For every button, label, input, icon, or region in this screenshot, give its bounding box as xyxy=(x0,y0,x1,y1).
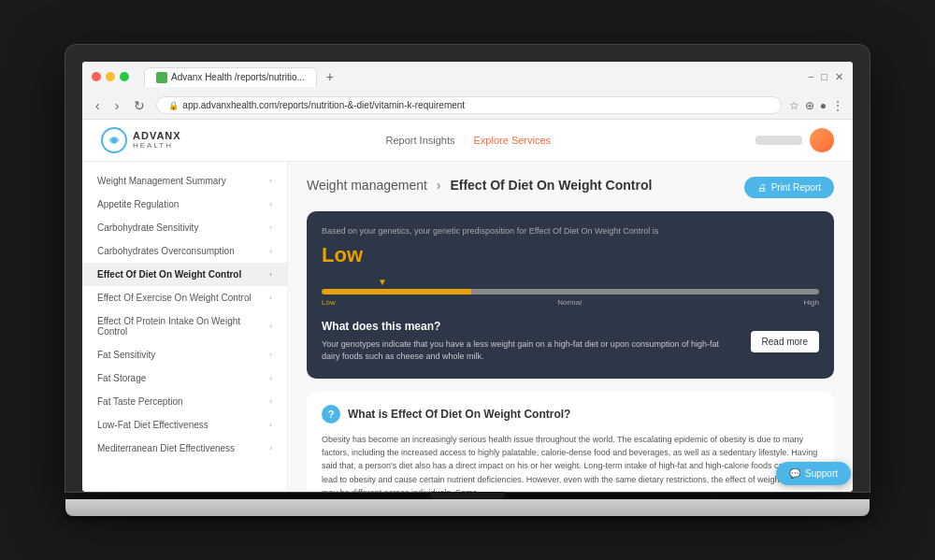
breadcrumb-parent: Weight management xyxy=(307,178,427,193)
app-header: ADVANX HEALTH Report Insights Explore Se… xyxy=(82,120,853,162)
sidebar-item-carbohydrates-overconsumption[interactable]: Carbohydrates Overconsumption › xyxy=(82,239,287,263)
toolbar-icons: ☆ ⊕ ● ⋮ xyxy=(789,99,843,112)
chevron-icon-10: › xyxy=(269,421,272,429)
info-section: ? What is Effect Of Diet On Weight Contr… xyxy=(307,392,834,492)
refresh-button[interactable]: ↻ xyxy=(130,96,149,115)
user-name xyxy=(755,136,802,145)
lock-icon: 🔒 xyxy=(168,101,179,110)
nav-explore-services[interactable]: Explore Services xyxy=(474,135,552,146)
breadcrumb-current: Effect Of Diet On Weight Control xyxy=(450,178,652,193)
user-icon[interactable]: ● xyxy=(820,99,827,112)
close-button[interactable] xyxy=(92,72,101,81)
sidebar-item-fat-sensitivity[interactable]: Fat Sensitivity › xyxy=(82,343,287,366)
read-more-button[interactable]: Read more xyxy=(751,331,819,352)
maximize-button[interactable] xyxy=(120,72,129,81)
sidebar-item-effect-exercise[interactable]: Effect Of Exercise On Weight Control › xyxy=(82,286,287,309)
predisposition-value: Low xyxy=(322,243,819,267)
browser-chrome: Advanx Health /reports/nutritio... + − □… xyxy=(82,62,853,120)
window-restore-icon[interactable]: □ xyxy=(821,71,827,82)
chevron-icon-7: › xyxy=(269,351,272,359)
sidebar-item-weight-management[interactable]: Weight Management Summary › xyxy=(82,169,287,193)
info-header: ? What is Effect Of Diet On Weight Contr… xyxy=(322,405,819,424)
scale-container: ▼ Low Normal High xyxy=(322,277,819,307)
logo-icon xyxy=(101,127,127,153)
chevron-icon-1: › xyxy=(269,200,272,208)
window-minimize-icon[interactable]: − xyxy=(808,71,813,82)
chevron-icon-6: › xyxy=(269,322,272,330)
scale-labels: Low Normal High xyxy=(322,298,819,307)
chevron-icon-8: › xyxy=(269,374,272,382)
main-content: Weight Management Summary › Appetite Reg… xyxy=(82,162,853,492)
chevron-icon-9: › xyxy=(269,397,272,406)
url-text: app.advanxhealth.com/reports/nutrition-&… xyxy=(182,100,465,110)
sidebar-item-fat-taste[interactable]: Fat Taste Perception › xyxy=(82,390,287,413)
forward-button[interactable]: › xyxy=(111,96,123,115)
chevron-icon-4: › xyxy=(269,270,272,279)
new-tab-button[interactable]: + xyxy=(321,67,339,86)
meaning-section: What does this mean? Your genotypes indi… xyxy=(322,320,819,364)
chevron-icon-3: › xyxy=(269,247,272,255)
sidebar-item-effect-diet[interactable]: Effect Of Diet On Weight Control › xyxy=(82,263,287,286)
page-content: Weight management › Effect Of Diet On We… xyxy=(288,162,853,492)
menu-icon[interactable]: ⋮ xyxy=(832,99,843,112)
sidebar: Weight Management Summary › Appetite Reg… xyxy=(82,162,288,492)
scale-label-low: Low xyxy=(322,298,336,307)
info-title: What is Effect Of Diet On Weight Control… xyxy=(348,408,570,421)
scale-indicator: ▼ xyxy=(322,277,819,287)
back-button[interactable]: ‹ xyxy=(92,96,104,115)
predisposition-card: Based on your genetics, your genetic pre… xyxy=(307,211,834,379)
scale-arrow-icon: ▼ xyxy=(378,277,387,287)
header-user xyxy=(755,128,834,152)
star-icon[interactable]: ☆ xyxy=(789,99,799,112)
laptop-screen: Advanx Health /reports/nutritio... + − □… xyxy=(82,62,853,492)
print-report-button[interactable]: 🖨 Print Report xyxy=(744,177,834,198)
chevron-icon-2: › xyxy=(269,223,272,232)
nav-report-insights[interactable]: Report Insights xyxy=(386,135,455,146)
screen-bezel: Advanx Health /reports/nutritio... + − □… xyxy=(65,45,870,492)
meaning-text-area: What does this mean? Your genotypes indi… xyxy=(322,320,740,364)
browser-titlebar: Advanx Health /reports/nutritio... + − □… xyxy=(82,62,853,93)
meaning-body: Your genotypes indicate that you have a … xyxy=(322,338,740,364)
logo-subtitle: HEALTH xyxy=(133,141,181,150)
info-icon: ? xyxy=(322,405,340,424)
laptop-container: Advanx Health /reports/nutritio... + − □… xyxy=(65,45,870,516)
tab-title: Advanx Health /reports/nutritio... xyxy=(171,72,305,82)
sidebar-item-appetite[interactable]: Appetite Regulation › xyxy=(82,193,287,216)
header-nav: Report Insights Explore Services xyxy=(386,135,552,146)
sidebar-item-low-fat[interactable]: Low-Fat Diet Effectiveness › xyxy=(82,413,287,437)
svg-point-1 xyxy=(111,137,117,143)
app-layout: ADVANX HEALTH Report Insights Explore Se… xyxy=(82,120,853,492)
sidebar-item-carbohydrate-sensitivity[interactable]: Carbohydrate Sensitivity › xyxy=(82,216,287,239)
meaning-title: What does this mean? xyxy=(322,320,740,333)
tab-bar: Advanx Health /reports/nutritio... + xyxy=(144,67,339,87)
support-button[interactable]: 💬 Support xyxy=(776,462,851,485)
scale-bar xyxy=(322,289,819,294)
logo-area: ADVANX HEALTH xyxy=(101,127,181,153)
chevron-icon-0: › xyxy=(269,177,272,185)
support-icon: 💬 xyxy=(789,468,800,479)
user-avatar[interactable] xyxy=(810,128,834,152)
tab-favicon xyxy=(156,72,167,83)
browser-toolbar: ‹ › ↻ 🔒 app.advanxhealth.com/reports/nut… xyxy=(82,93,853,119)
breadcrumb: Weight management › Effect Of Diet On We… xyxy=(307,177,652,195)
logo-text-area: ADVANX HEALTH xyxy=(133,130,181,150)
window-close-icon[interactable]: ✕ xyxy=(835,71,843,83)
minimize-button[interactable] xyxy=(106,72,115,81)
browser-tab[interactable]: Advanx Health /reports/nutritio... xyxy=(144,67,317,87)
address-bar[interactable]: 🔒 app.advanxhealth.com/reports/nutrition… xyxy=(156,96,781,114)
info-body: Obesity has become an increasingly serio… xyxy=(322,433,819,492)
scale-label-high: High xyxy=(804,298,819,307)
sidebar-item-fat-storage[interactable]: Fat Storage › xyxy=(82,366,287,390)
scale-label-normal: Normal xyxy=(557,298,582,307)
window-controls xyxy=(92,72,129,81)
printer-icon: 🖨 xyxy=(757,182,767,193)
laptop-base xyxy=(65,499,870,516)
page-header: Weight management › Effect Of Diet On We… xyxy=(307,177,834,198)
sidebar-item-mediterranean[interactable]: Mediterranean Diet Effectiveness › xyxy=(82,437,287,460)
sidebar-item-effect-protein[interactable]: Effect Of Protein Intake On Weight Contr… xyxy=(82,309,287,343)
extension-icon[interactable]: ⊕ xyxy=(805,99,814,112)
logo-brand: ADVANX xyxy=(133,130,181,141)
laptop-notch xyxy=(430,492,505,499)
chevron-icon-5: › xyxy=(269,294,272,302)
breadcrumb-separator: › xyxy=(437,178,441,193)
